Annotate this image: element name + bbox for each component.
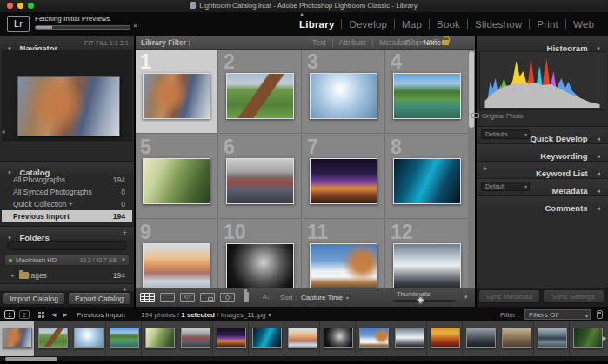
compare-view-icon[interactable]: X|Y [180,293,195,302]
filters-state-dropdown[interactable]: Filters Off [405,38,438,47]
catalog-item-all-photographs[interactable]: All Photographs 194 [2,174,132,186]
collections-panel-header[interactable]: ▼ Collections + [0,283,134,291]
navigator-zoom-options[interactable]: FIT FILL 1:1 3:1 [84,40,129,46]
grid-cell[interactable]: 5 [136,135,218,219]
loupe-view-icon[interactable] [160,293,175,302]
filter-option-attribute[interactable]: Attribute [333,38,373,47]
sync-metadata-button[interactable]: Sync Metadata [478,289,540,303]
photo-thumbnail-peaks[interactable] [393,243,461,288]
filmstrip-thumb-11[interactable] [357,321,391,356]
histogram[interactable] [479,51,605,110]
folders-panel-header[interactable]: ▼ Folders + [0,226,134,239]
filmstrip-thumb-3[interactable] [71,321,106,356]
grid-cell[interactable]: 7 [303,135,385,219]
grid-cell[interactable]: 4 [386,50,469,134]
module-slideshow[interactable]: Slideshow [468,19,529,30]
filter-option-text[interactable]: Text [306,38,332,47]
people-view-icon[interactable] [220,293,235,302]
import-catalog-button[interactable]: Import Catalog [3,292,65,305]
chevron-down-icon[interactable]: ▼ [121,257,126,262]
photo-thumbnail-barn[interactable] [226,73,294,119]
filmstrip-thumb-7[interactable] [214,321,249,356]
filmstrip-source[interactable]: Previous Import [77,311,125,319]
photo-thumbnail-feather[interactable] [393,158,461,204]
quick-develop-preset-dropdown[interactable]: Defaults▾ [481,129,530,139]
go-back-icon[interactable]: ◄ [50,311,57,319]
grid-cell[interactable]: 6 [219,135,302,219]
filmstrip-thumb-12[interactable] [392,321,427,356]
photo-thumbnail-lake[interactable] [393,73,461,119]
folder-item-images[interactable]: ► Images 194 [2,269,132,281]
navigator-preview-image[interactable] [17,76,120,136]
photo-thumbnail-blossom[interactable] [310,73,377,119]
photo-thumbnail-sunrise[interactable] [143,243,210,288]
export-catalog-button[interactable]: Export Catalog [68,292,130,305]
grid-cell[interactable]: 3 [303,50,385,134]
filmstrip-status[interactable]: 194 photos / 1 selected / Images_11.jpg▾ [141,311,271,319]
histogram-panel-header[interactable]: Histogram ▼ [477,36,608,50]
filmstrip-filter-dropdown[interactable]: Filters Off▾ [524,309,591,320]
filter-toggle-icon[interactable] [597,310,603,319]
metadata-panel-header[interactable]: Default▾ Metadata ◄ [477,178,608,193]
photo-thumbnail-portrait[interactable] [226,243,294,288]
grid-cell[interactable]: 10 [219,220,302,288]
add-folder-icon[interactable]: + [123,228,127,237]
photo-thumbnail-city-night[interactable] [310,158,377,204]
catalog-item-previous-import[interactable]: Previous Import 194 [2,210,132,222]
chevron-down-icon[interactable]: ▾ [346,295,349,301]
quick-develop-panel-header[interactable]: Defaults▾ Quick Develop ◄ [477,126,608,141]
photo-thumbnail-tiger[interactable] [310,243,377,288]
filter-lock-icon[interactable] [442,40,449,45]
filmstrip-scroll-right-icon[interactable]: ► [601,334,608,342]
filmstrip-scrollbar-thumb[interactable] [5,357,57,361]
filmstrip-thumb-6[interactable] [178,321,213,356]
collapse-left-panel-icon[interactable]: ◄ [0,129,6,135]
filmstrip-thumb-17[interactable] [571,321,605,356]
filmstrip-thumb-5[interactable] [143,321,177,356]
grid-cell[interactable]: 1 [136,50,218,134]
volume-browser[interactable]: Macintosh HD 15.3 / 42.7 GB ▼ [4,255,130,266]
collapse-top-panel-icon[interactable]: ▲ [299,11,304,17]
filmstrip-thumb-1[interactable] [0,321,35,356]
keywording-panel-header[interactable]: Keywording ◄ [477,143,608,158]
metadata-preset-dropdown[interactable]: Default▾ [481,182,530,191]
catalog-item-quick-collection[interactable]: Quick Collection + 0 [2,198,132,210]
filmstrip-thumb-13[interactable] [428,321,463,356]
toolbar-options-icon[interactable]: ▾ [464,294,468,301]
grid-view-shortcut-icon[interactable] [38,312,41,314]
go-forward-icon[interactable]: ► [62,311,69,319]
grid-view-icon[interactable] [140,293,155,302]
expand-folder-icon[interactable]: ► [10,273,16,278]
photo-thumbnail-fantasy-artwork[interactable] [143,73,210,119]
painter-spray-icon[interactable] [244,292,249,302]
module-develop[interactable]: Develop [342,19,394,30]
cancel-progress-icon[interactable]: × [133,22,137,30]
photo-thumbnail-railyard[interactable] [226,158,294,204]
add-keyword-icon[interactable]: + [483,164,487,173]
filmstrip-thumb-8[interactable] [250,321,284,356]
main-window-button[interactable]: 1 [4,310,15,319]
filmstrip-thumb-9[interactable] [285,321,320,356]
filmstrip-thumb-4[interactable] [107,321,142,356]
sort-value-dropdown[interactable]: Capture Time [301,294,343,301]
navigator-panel-header[interactable]: ▼ Navigator FIT FILL 1:1 3:1 [0,36,134,50]
module-print[interactable]: Print [530,19,565,30]
catalog-panel-header[interactable]: ▼ Catalog [0,161,134,174]
filmstrip-thumb-16[interactable] [535,321,570,356]
module-book[interactable]: Book [430,19,467,30]
photo-thumbnail-valley[interactable] [143,158,210,204]
folder-search-input[interactable] [7,241,127,250]
module-web[interactable]: Web [566,19,601,30]
sort-direction-icon[interactable]: A↓ [263,294,270,300]
sync-settings-button[interactable]: Sync Settings [543,289,605,303]
filmstrip-thumb-15[interactable] [499,321,534,356]
filmstrip-thumb-14[interactable] [464,321,498,356]
grid-cell[interactable]: 8 [386,135,469,219]
filmstrip-thumb-10[interactable] [321,321,356,356]
grid-cell[interactable]: 11 [303,220,385,288]
module-map[interactable]: Map [395,19,429,30]
catalog-item-all-synced[interactable]: All Synced Photographs 0 [2,186,132,198]
keyword-list-panel-header[interactable]: + Keyword List ◄ [477,161,608,175]
grid-cell[interactable]: 12 [386,220,469,288]
second-window-button[interactable]: 2 [19,310,30,319]
